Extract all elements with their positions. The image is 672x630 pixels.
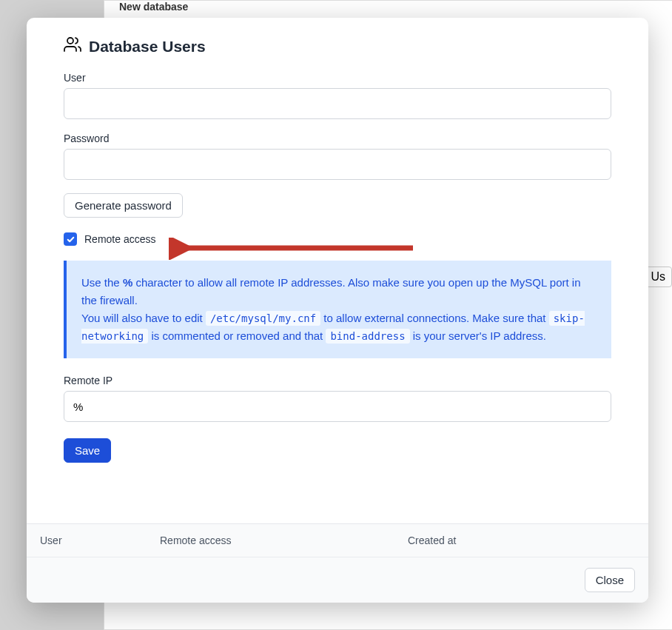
svg-point-0	[67, 38, 73, 44]
th-created-at: Created at	[408, 535, 635, 546]
modal-footer: Close	[27, 557, 648, 603]
save-button[interactable]: Save	[64, 438, 111, 463]
bg-new-database: New database	[119, 1, 658, 13]
th-user: User	[40, 535, 160, 546]
users-icon	[64, 36, 81, 57]
remote-access-alert: Use the % character to allow all remote …	[64, 261, 611, 358]
user-input[interactable]	[64, 88, 611, 119]
remote-ip-label: Remote IP	[64, 375, 611, 386]
password-input[interactable]	[64, 149, 611, 180]
database-users-modal: Database Users User Password Generate pa…	[27, 18, 648, 603]
remote-access-label: Remote access	[84, 233, 155, 245]
users-table-header: User Remote access Created at	[27, 523, 648, 557]
remote-ip-input[interactable]	[64, 391, 611, 422]
close-button[interactable]: Close	[585, 568, 635, 592]
th-remote-access: Remote access	[160, 535, 408, 546]
modal-title-text: Database Users	[89, 38, 206, 56]
check-icon	[67, 235, 75, 244]
password-label: Password	[64, 133, 611, 144]
remote-access-checkbox[interactable]	[64, 232, 77, 246]
modal-title: Database Users	[64, 36, 611, 57]
user-label: User	[64, 72, 611, 84]
bg-us-fragment: Us	[644, 267, 672, 287]
generate-password-button[interactable]: Generate password	[64, 193, 183, 218]
